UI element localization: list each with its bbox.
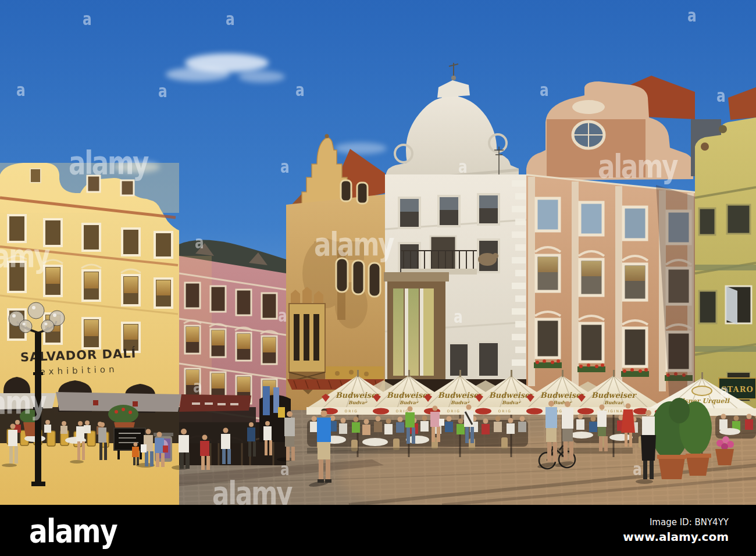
alamy-footer-bar: alamy Image ID: BNY4YY www.alamy.com <box>0 505 756 556</box>
alamy-url-text: www.alamy.com <box>623 530 729 544</box>
building-olive: STARO <box>691 87 756 410</box>
image-id-text: Image ID: BNY4YY <box>623 517 729 528</box>
budvar-script: Budvar <box>604 400 624 405</box>
gothic-oriel <box>289 287 325 394</box>
prague-square-photo: SALVADOR DALÍ exhibition <box>0 0 756 505</box>
stock-photo-page: SALVADOR DALÍ exhibition <box>0 0 756 556</box>
budweiser-script: Budweiser <box>591 391 637 400</box>
alamy-logo: alamy <box>29 512 117 550</box>
